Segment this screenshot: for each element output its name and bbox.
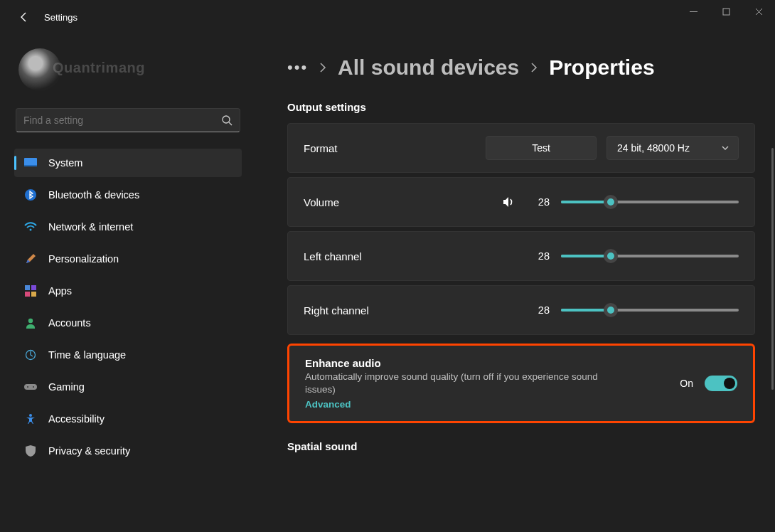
section-spatial-sound: Spatial sound xyxy=(287,440,755,452)
sidebar-item-gaming[interactable]: Gaming xyxy=(14,373,242,401)
right-channel-slider[interactable] xyxy=(561,302,739,318)
chevron-right-icon xyxy=(318,63,328,73)
enhance-audio-title: Enhance audio xyxy=(305,357,604,369)
svg-rect-7 xyxy=(31,285,36,290)
minimize-button[interactable] xyxy=(677,0,710,23)
sidebar-item-apps[interactable]: Apps xyxy=(14,277,242,305)
svg-point-13 xyxy=(27,386,28,388)
breadcrumb-link-all-sound-devices[interactable]: All sound devices xyxy=(338,55,519,80)
card-right-channel: Right channel 28 xyxy=(287,285,755,335)
sidebar-item-accessibility[interactable]: Accessibility xyxy=(14,405,242,433)
minimize-icon xyxy=(690,8,698,16)
volume-label: Volume xyxy=(304,196,339,208)
sidebar: Quantrimang System Bluetooth & devices N… xyxy=(0,34,256,532)
watermark-text: Quantrimang xyxy=(53,60,145,76)
speaker-icon[interactable] xyxy=(501,195,515,209)
right-channel-value: 28 xyxy=(531,304,550,316)
sidebar-item-label: Accounts xyxy=(48,317,91,329)
maximize-button[interactable] xyxy=(710,0,742,23)
search-icon xyxy=(221,115,232,126)
test-button[interactable]: Test xyxy=(486,136,597,160)
search-input-wrap[interactable] xyxy=(16,108,240,132)
svg-point-14 xyxy=(33,386,34,388)
sidebar-item-label: Network & internet xyxy=(48,221,133,233)
format-value: 24 bit, 48000 Hz xyxy=(617,142,690,154)
card-volume: Volume 28 xyxy=(287,177,755,227)
accessibility-icon xyxy=(24,413,37,425)
clock-globe-icon xyxy=(24,349,37,361)
gamepad-icon xyxy=(24,381,37,393)
volume-slider[interactable] xyxy=(561,194,739,210)
back-button[interactable] xyxy=(11,11,37,23)
sidebar-item-label: Apps xyxy=(48,285,72,297)
breadcrumb-more[interactable]: ••• xyxy=(287,64,308,71)
search-input[interactable] xyxy=(23,115,221,126)
breadcrumb: ••• All sound devices Properties xyxy=(287,55,755,80)
sidebar-item-bluetooth[interactable]: Bluetooth & devices xyxy=(14,181,242,209)
maximize-icon xyxy=(722,8,730,16)
svg-rect-6 xyxy=(25,285,30,290)
volume-value: 28 xyxy=(531,196,550,208)
sidebar-item-label: Privacy & security xyxy=(48,445,130,457)
format-dropdown[interactable]: 24 bit, 48000 Hz xyxy=(606,136,739,160)
svg-rect-3 xyxy=(24,165,37,166)
format-label: Format xyxy=(304,142,338,154)
left-channel-value: 28 xyxy=(531,250,550,262)
breadcrumb-current: Properties xyxy=(549,55,654,80)
sidebar-item-accounts[interactable]: Accounts xyxy=(14,309,242,337)
enhance-audio-toggle[interactable] xyxy=(705,376,737,391)
sidebar-item-system[interactable]: System xyxy=(14,149,242,177)
profile-area[interactable]: Quantrimang xyxy=(3,34,253,108)
svg-rect-8 xyxy=(25,292,30,297)
right-channel-label: Right channel xyxy=(304,304,369,316)
card-enhance-audio: Enhance audio Automatically improve soun… xyxy=(287,344,755,423)
sidebar-item-label: System xyxy=(48,157,82,169)
svg-point-15 xyxy=(29,414,32,417)
sidebar-item-privacy[interactable]: Privacy & security xyxy=(14,437,242,465)
left-channel-slider[interactable] xyxy=(561,248,739,264)
close-icon xyxy=(755,8,763,16)
sidebar-item-label: Time & language xyxy=(48,349,126,361)
sidebar-item-label: Bluetooth & devices xyxy=(48,189,139,201)
svg-rect-9 xyxy=(31,292,36,297)
paintbrush-icon xyxy=(24,252,37,265)
sidebar-item-label: Personalization xyxy=(48,253,119,265)
close-button[interactable] xyxy=(742,0,775,23)
sidebar-item-label: Gaming xyxy=(48,381,85,393)
enhance-audio-description: Automatically improve sound quality (tur… xyxy=(305,371,604,396)
person-icon xyxy=(24,316,37,329)
card-left-channel: Left channel 28 xyxy=(287,231,755,281)
svg-rect-12 xyxy=(24,384,37,390)
apps-icon xyxy=(24,284,37,297)
chevron-down-icon xyxy=(721,144,729,152)
sidebar-item-personalization[interactable]: Personalization xyxy=(14,245,242,273)
chevron-right-icon xyxy=(529,63,539,73)
sidebar-item-label: Accessibility xyxy=(48,413,105,425)
scrollbar[interactable] xyxy=(771,148,774,390)
wifi-icon xyxy=(24,220,37,233)
svg-point-1 xyxy=(223,116,230,123)
window-title: Settings xyxy=(44,12,78,23)
content-area: ••• All sound devices Properties Output … xyxy=(256,34,775,532)
left-channel-label: Left channel xyxy=(304,250,362,262)
svg-rect-0 xyxy=(723,9,729,15)
svg-point-10 xyxy=(28,319,33,323)
enhance-audio-state: On xyxy=(680,378,693,389)
enhance-audio-advanced-link[interactable]: Advanced xyxy=(305,399,604,410)
display-icon xyxy=(24,156,37,169)
sidebar-item-time-language[interactable]: Time & language xyxy=(14,341,242,369)
svg-point-5 xyxy=(30,229,32,231)
shield-icon xyxy=(24,445,37,457)
arrow-left-icon xyxy=(18,11,30,23)
bluetooth-icon xyxy=(24,188,37,201)
sidebar-item-network[interactable]: Network & internet xyxy=(14,213,242,241)
card-format: Format Test 24 bit, 48000 Hz xyxy=(287,123,755,173)
section-output-settings: Output settings xyxy=(287,101,755,113)
